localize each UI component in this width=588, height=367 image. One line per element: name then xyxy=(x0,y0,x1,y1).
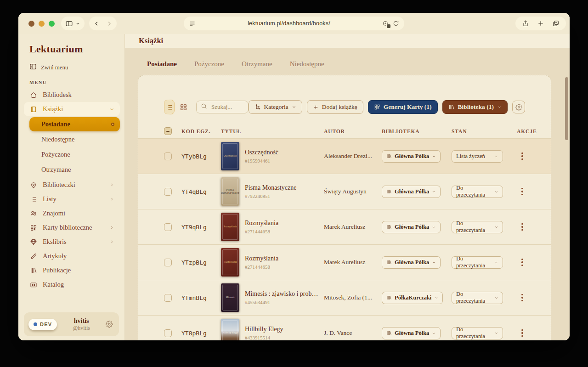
minimize-window-button[interactable] xyxy=(39,21,45,27)
tab-overview-icon[interactable] xyxy=(552,20,560,27)
share-icon[interactable] xyxy=(522,20,529,27)
table-settings-gear-icon[interactable] xyxy=(512,101,525,113)
user-card[interactable]: DEV hvitis @hvitis xyxy=(24,312,119,336)
generate-cards-button[interactable]: Generuj Karty (1) xyxy=(368,100,438,114)
library-dropdown[interactable]: Główna Półka xyxy=(382,150,441,163)
chevron-down-icon xyxy=(432,225,436,229)
book-title[interactable]: Pisma Monastyczne xyxy=(245,184,296,192)
user-settings-gear-icon[interactable] xyxy=(106,321,113,328)
book-title[interactable]: Mimesis : zjawisko i proble... xyxy=(245,290,319,298)
sidebar-item-ksiazki[interactable]: Książki xyxy=(24,102,120,116)
tab-posiadane[interactable]: Posiadane xyxy=(147,60,177,75)
tab-pozyczone[interactable]: Pożyczone xyxy=(194,60,224,75)
book-icon xyxy=(29,106,37,113)
table-row[interactable]: YTzpBLg Rozmyślania Rozmyślania #2714446… xyxy=(138,244,551,280)
library-dropdown[interactable]: Główna Półka xyxy=(382,221,441,233)
sidebar-item-artykuly[interactable]: Artykuły xyxy=(24,249,120,263)
row-actions-menu[interactable] xyxy=(517,151,528,162)
book-code: YTybBLg xyxy=(181,153,221,160)
window-scrollbar[interactable] xyxy=(565,77,568,140)
row-actions-menu[interactable] xyxy=(517,257,528,268)
dev-badge: DEV xyxy=(28,319,57,330)
library-dropdown[interactable]: Główna Półka xyxy=(382,256,441,269)
address-bar[interactable]: lektuarium.pl/dashboard/books/ xyxy=(184,17,404,30)
sidebar-item-katalog[interactable]: Katalog xyxy=(24,277,120,292)
search-icon xyxy=(201,103,207,111)
book-cover[interactable]: Mimesis xyxy=(221,283,239,312)
book-title[interactable]: Oszczędność xyxy=(245,149,278,156)
status-dropdown[interactable]: Do przeczytania xyxy=(452,186,503,198)
book-code: YT4qBLg xyxy=(181,188,221,195)
sidebar-subitem-posiadane[interactable]: Posiadane xyxy=(29,117,120,131)
status-dropdown[interactable]: Do przeczytania xyxy=(452,221,503,233)
library-dropdown[interactable]: Główna Półka xyxy=(382,327,441,339)
status-dropdown[interactable]: Do przeczytania xyxy=(452,327,503,339)
new-tab-icon[interactable] xyxy=(537,20,544,27)
row-checkbox[interactable] xyxy=(164,259,172,266)
collapse-menu-button[interactable]: Zwiń menu xyxy=(18,61,124,74)
table-row[interactable]: YT4qBLg PISMA MONASTYCZNE Pisma Monastyc… xyxy=(138,174,551,209)
library-filter-button[interactable]: Biblioteka (1) xyxy=(442,100,508,114)
status-dropdown[interactable]: Do przeczytania xyxy=(452,256,503,269)
sidebar-subitem-otrzymane[interactable]: Otrzymane xyxy=(29,163,120,177)
column-header-actions: AKCJE xyxy=(517,129,537,134)
search-input[interactable] xyxy=(210,103,244,111)
reader-mode-icon[interactable] xyxy=(189,20,196,27)
row-checkbox[interactable] xyxy=(164,188,172,196)
maximize-window-button[interactable] xyxy=(49,21,55,27)
row-checkbox[interactable] xyxy=(164,294,172,302)
row-actions-menu[interactable] xyxy=(517,327,528,339)
table-row[interactable]: YT9qBLg Rozmyślania Rozmyślania #2714446… xyxy=(138,209,551,244)
row-checkbox[interactable] xyxy=(164,223,172,231)
sidebar-item-karty-biblioteczne[interactable]: Karty biblioteczne xyxy=(24,220,120,235)
row-actions-menu[interactable] xyxy=(517,221,528,232)
sidebar-item-bibliodesk[interactable]: Bibliodesk xyxy=(24,88,120,102)
book-cover[interactable]: Hillbilly Elegy xyxy=(221,319,239,340)
sidebar-item-ekslibris[interactable]: Ekslibris xyxy=(24,235,120,249)
tab-niedostepne[interactable]: Niedostępne xyxy=(290,60,324,75)
book-cover[interactable]: Rozmyślania xyxy=(221,248,239,277)
category-dropdown-button[interactable]: Kategoria xyxy=(249,100,302,114)
select-all-checkbox[interactable] xyxy=(164,127,172,135)
row-checkbox[interactable] xyxy=(164,329,172,337)
sidebar-item-biblioteczki[interactable]: Biblioteczki xyxy=(24,178,120,192)
library-dropdown[interactable]: Główna Półka xyxy=(382,186,441,198)
tab-otrzymane[interactable]: Otrzymane xyxy=(242,60,272,75)
status-dropdown[interactable]: Do przeczytania xyxy=(452,292,503,304)
close-window-button[interactable] xyxy=(28,21,34,27)
page-title: Książki xyxy=(125,34,570,48)
back-button[interactable] xyxy=(94,21,100,27)
sidebar-item-listy[interactable]: Listy xyxy=(24,192,120,206)
table-row[interactable]: YTmnBLg Mimesis Mimesis : zjawisko i pro… xyxy=(138,280,551,315)
row-actions-menu[interactable] xyxy=(517,186,528,197)
row-checkbox[interactable] xyxy=(164,152,172,160)
book-title[interactable]: Rozmyślania xyxy=(245,220,278,227)
library-dropdown[interactable]: PółkaKurczaki xyxy=(382,292,443,304)
forward-button[interactable] xyxy=(106,21,112,27)
book-title[interactable]: Rozmyślania xyxy=(245,255,278,262)
table-row[interactable]: YTybBLg Oszczędność Oszczędność #1959944… xyxy=(138,138,551,174)
table-row[interactable]: YT8pBLg Hillbilly Elegy Hillbilly Elegy … xyxy=(138,315,551,340)
chevron-down-icon xyxy=(432,190,436,194)
content-blocker-icon[interactable] xyxy=(382,20,389,27)
sidebar-toggle-button[interactable] xyxy=(61,17,85,30)
sidebar-subitem-niedostepne[interactable]: Niedostępne xyxy=(29,132,120,147)
list-icon xyxy=(29,196,37,203)
status-dropdown[interactable]: Lista życzeń xyxy=(452,150,503,163)
row-actions-menu[interactable] xyxy=(517,292,528,303)
book-cover[interactable]: Oszczędność xyxy=(221,142,239,170)
book-ref: #433915514 xyxy=(245,335,283,340)
book-cover[interactable]: PISMA MONASTYCZNE xyxy=(221,177,239,206)
user-name: hvitis xyxy=(57,317,106,325)
chevron-down-icon xyxy=(497,105,502,109)
reload-icon[interactable] xyxy=(393,20,399,27)
sidebar-subitem-pozyczone[interactable]: Pożyczone xyxy=(29,147,120,162)
book-cover[interactable]: Rozmyślania xyxy=(221,213,239,241)
search-box[interactable] xyxy=(196,101,249,113)
list-view-toggle[interactable] xyxy=(164,100,175,114)
grid-view-toggle[interactable] xyxy=(180,103,187,111)
book-title[interactable]: Hillbilly Elegy xyxy=(245,326,283,333)
sidebar-item-publikacje[interactable]: Publikacje xyxy=(24,263,120,277)
sidebar-item-znajomi[interactable]: Znajomi xyxy=(24,206,120,220)
add-book-button[interactable]: Dodaj książkę xyxy=(307,100,363,114)
